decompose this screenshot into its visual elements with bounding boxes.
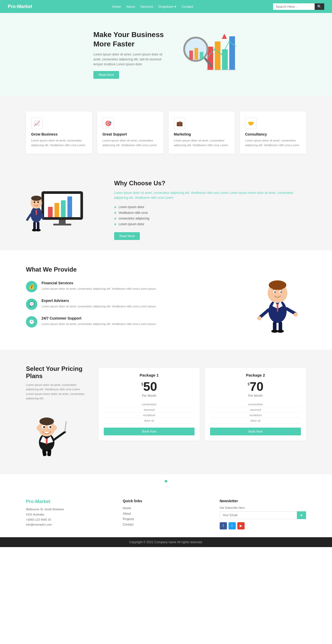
pricing-illustration bbox=[26, 406, 67, 458]
provide-title: What We Provide bbox=[26, 266, 239, 273]
features-section: 📈 Grow Business Lorem ipsum dolor sit am… bbox=[0, 96, 332, 169]
provide-item-2: 🕐 24/7 Customer Support Lorem ipsum dolo… bbox=[26, 316, 239, 328]
facebook-icon[interactable]: f bbox=[220, 522, 227, 529]
provide-item-desc-1: Lorem ipsum dolor sit amet, consectetur … bbox=[42, 304, 156, 309]
provide-item-0: 💰 Financial Services Lorem ipsum dolor s… bbox=[26, 281, 239, 292]
newsletter-email-input[interactable] bbox=[220, 511, 297, 519]
footer-links: Quick links Home About Projects Contact bbox=[123, 499, 209, 529]
nav-contact[interactable]: Contact bbox=[182, 5, 193, 9]
svg-point-25 bbox=[31, 196, 42, 201]
svg-rect-68 bbox=[47, 449, 51, 456]
pricing-left: Select Your Pricing Plans Lorem ipsum do… bbox=[26, 365, 88, 459]
feature-desc-2: Lorem ipsum dolor sit amet, consectetur … bbox=[174, 138, 230, 147]
svg-point-40 bbox=[274, 291, 276, 293]
feature-icon-3: 🤝 bbox=[245, 118, 257, 129]
price-card-0: Package 1 $ 50 Per Month consectetur eiu… bbox=[99, 368, 200, 441]
newsletter-submit-button[interactable]: ➤ bbox=[297, 511, 306, 519]
svg-rect-14 bbox=[200, 52, 203, 60]
footer-link-contact[interactable]: Contact bbox=[123, 523, 133, 526]
svg-rect-3 bbox=[229, 36, 235, 70]
footer-link-home[interactable]: Home bbox=[123, 506, 131, 510]
provide-item-title-2: 24/7 Customer Support bbox=[42, 316, 156, 320]
price-amount-1: $ 70 bbox=[210, 380, 301, 393]
price-feature-1-0: consectetur bbox=[210, 402, 301, 407]
page-dot[interactable] bbox=[165, 480, 167, 483]
svg-line-65 bbox=[54, 432, 65, 440]
svg-point-6 bbox=[207, 56, 208, 58]
price-amount-0: $ 50 bbox=[104, 380, 195, 393]
price-features-1: consectetur eiusmod incididunt dolor sit bbox=[210, 402, 301, 423]
book-button-1[interactable]: Book Now bbox=[210, 428, 301, 435]
price-period-1: Per Month bbox=[210, 394, 301, 398]
svg-rect-31 bbox=[33, 222, 36, 230]
provide-icon-1: 💬 bbox=[26, 299, 37, 310]
svg-line-66 bbox=[65, 422, 66, 431]
nav-links: Home About Services Dropdown ▾ Contact bbox=[112, 5, 193, 9]
footer-phone: +(000) 123 4565 33 bbox=[26, 517, 112, 522]
feature-desc-3: Lorem ipsum dolor sit amet, consectetur … bbox=[245, 138, 301, 147]
nav-services[interactable]: Services bbox=[140, 5, 153, 9]
why-list-item-1: Vestibulum nibh urna bbox=[114, 210, 306, 216]
why-illustration bbox=[26, 181, 99, 238]
hero-text: Make Your Business More Faster Lorem ips… bbox=[93, 30, 166, 79]
price-feature-0-2: incididunt bbox=[104, 413, 195, 418]
hero-title: Make Your Business More Faster bbox=[93, 30, 166, 49]
provide-item-desc-2: Lorem ipsum dolor sit amet, consectetur … bbox=[42, 322, 156, 327]
hero-chart-illustration bbox=[182, 31, 239, 78]
social-icons: f t ▶ bbox=[220, 522, 306, 529]
svg-marker-64 bbox=[46, 439, 48, 444]
why-content: Why Choose Us? Lorem ipsum dolor sit ame… bbox=[114, 180, 306, 240]
provide-text-2: 24/7 Customer Support Lorem ipsum dolor … bbox=[42, 316, 156, 327]
svg-point-26 bbox=[34, 201, 35, 203]
nav-about[interactable]: About bbox=[126, 5, 135, 9]
nav-dropdown[interactable]: Dropdown ▾ bbox=[158, 5, 176, 9]
search-input[interactable] bbox=[273, 3, 315, 10]
svg-point-55 bbox=[39, 417, 54, 425]
svg-point-52 bbox=[277, 330, 284, 333]
book-button-0[interactable]: Book Now bbox=[104, 428, 195, 435]
provide-illustration bbox=[254, 266, 301, 333]
pricing-description: Lorem ipsum dolor sit amet, consectetur … bbox=[26, 383, 88, 401]
twitter-icon[interactable]: t bbox=[229, 522, 236, 529]
hero-cta-button[interactable]: Read More bbox=[93, 71, 119, 79]
footer-address-1: Melbourne St, South Brisbane bbox=[26, 507, 112, 512]
feature-desc-1: Lorem ipsum dolor sit amet, consectetur … bbox=[102, 138, 158, 147]
search-button[interactable]: 🔍 bbox=[315, 3, 324, 10]
price-number-0: 50 bbox=[143, 380, 157, 393]
provide-text-1: Expert Advisers Lorem ipsum dolor sit am… bbox=[42, 299, 156, 309]
svg-rect-50 bbox=[279, 322, 282, 331]
footer-links-list: Home About Projects Contact bbox=[123, 506, 209, 526]
provide-icon-2: 🕐 bbox=[26, 316, 37, 328]
footer-brand: Pro-Market Melbourne St, South Brisbane … bbox=[26, 499, 112, 529]
svg-point-61 bbox=[50, 426, 51, 428]
nav-home[interactable]: Home bbox=[112, 5, 121, 9]
price-feature-1-2: incididunt bbox=[210, 413, 301, 418]
newsletter-input-group: ➤ bbox=[220, 511, 306, 519]
search-form: 🔍 bbox=[273, 3, 324, 10]
why-image bbox=[26, 181, 99, 239]
price-feature-1-3: dolor sit bbox=[210, 418, 301, 423]
svg-point-9 bbox=[229, 41, 230, 42]
svg-marker-5 bbox=[222, 34, 227, 39]
svg-point-57 bbox=[53, 425, 57, 430]
pricing-title: Select Your Pricing Plans bbox=[26, 365, 88, 380]
footer-link-projects[interactable]: Projects bbox=[123, 517, 134, 521]
provide-content: What We Provide 💰 Financial Services Lor… bbox=[26, 266, 239, 334]
youtube-icon[interactable]: ▶ bbox=[237, 522, 245, 529]
svg-rect-32 bbox=[37, 222, 39, 230]
feature-title-0: Grow Business bbox=[31, 132, 87, 136]
pagination bbox=[0, 474, 332, 489]
svg-point-34 bbox=[36, 229, 41, 231]
price-features-0: consectetur eiusmod incididunt dolor sit bbox=[104, 402, 195, 423]
svg-point-8 bbox=[221, 54, 223, 55]
pricing-cards: Package 1 $ 50 Per Month consectetur eiu… bbox=[99, 368, 306, 441]
footer-link-about[interactable]: About bbox=[123, 512, 131, 515]
svg-rect-12 bbox=[189, 51, 193, 60]
provide-icon-0: 💰 bbox=[26, 281, 37, 292]
why-cta-button[interactable]: Read More bbox=[114, 232, 140, 240]
features-grid: 📈 Grow Business Lorem ipsum dolor sit am… bbox=[26, 111, 306, 154]
hero-section: Make Your Business More Faster Lorem ips… bbox=[0, 13, 332, 96]
svg-point-56 bbox=[37, 425, 41, 430]
svg-line-28 bbox=[27, 215, 31, 220]
svg-rect-13 bbox=[195, 48, 198, 60]
